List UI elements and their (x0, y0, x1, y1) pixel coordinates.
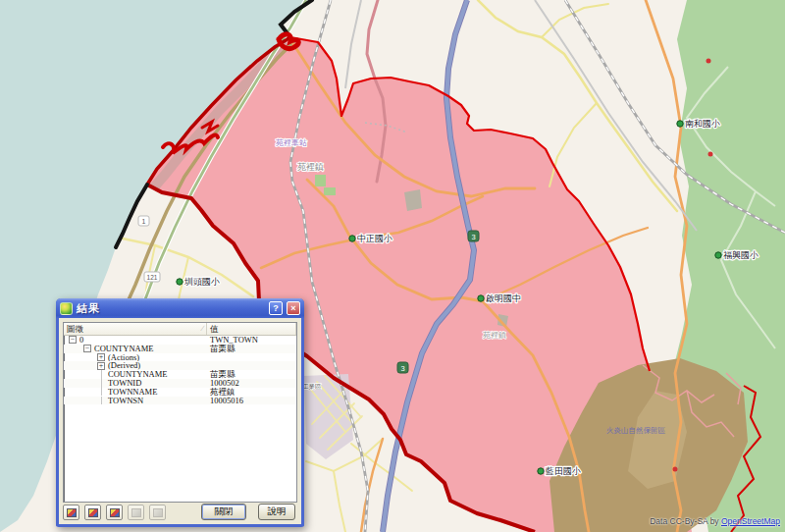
table-row[interactable]: +(Actions) (64, 353, 296, 362)
collapse-tree-icon (88, 508, 98, 517)
table-row[interactable]: TOWNSN 10005016 (64, 397, 296, 405)
collapse-tree-button[interactable] (84, 505, 101, 520)
help-button[interactable]: 說明 (258, 504, 295, 520)
table-row[interactable]: TOWNID 1000502 (64, 379, 296, 388)
town-label-small: 苑裡鎮 (483, 331, 506, 340)
school-label: 圳頭國小 (183, 277, 220, 287)
close-titlebar-button[interactable]: × (287, 301, 300, 315)
route-shield: 121 (144, 272, 160, 282)
table-row[interactable]: +(Derived) (64, 361, 296, 370)
svg-text:3: 3 (471, 233, 475, 241)
school-label: 啟明國中 (486, 293, 521, 303)
results-tree[interactable]: 圖徵 ∕ 值 −0 TWN_TOWN −COUNTYNAME 苗栗縣 +(Act… (63, 322, 297, 503)
building (404, 189, 422, 211)
identify-results-dialog: 結果 ? × 圖徵 ∕ 值 −0 TWN_TOWN −COUNTYNAM (56, 298, 304, 527)
school-label: 福興國小 (723, 250, 759, 260)
table-row[interactable]: TOWNNAME 苑裡鎮 (64, 388, 296, 397)
industrial-label: 工業區 (302, 383, 322, 390)
copy-icon (131, 508, 141, 517)
map-attribution: Data CC-By-SA by OpenStreetMap (650, 516, 780, 526)
expand-toggle-icon[interactable]: + (97, 362, 105, 370)
town-label: 苑裡鎮 (297, 162, 324, 172)
park (324, 187, 336, 195)
nature-reserve-label: 火炎山自然保留區 (606, 426, 666, 435)
expand-new-results-button[interactable] (106, 505, 123, 520)
column-header-value[interactable]: 值 (207, 323, 296, 335)
app-window: 1 121 3 3 中正國小 啟明國中 南和國小 福興國小 藍田國小 圳頭國小 … (0, 0, 785, 532)
openstreetmap-link[interactable]: OpenStreetMap (721, 516, 780, 526)
qgis-icon (60, 302, 73, 315)
highway-shield: 3 (468, 231, 479, 241)
table-row[interactable]: −COUNTYNAME 苗栗縣 (64, 345, 296, 353)
collapse-toggle-icon[interactable]: − (69, 336, 77, 344)
expand-new-results-icon (110, 508, 120, 517)
svg-text:1: 1 (142, 218, 146, 225)
station-label: 苑裡車站 (276, 138, 307, 147)
attribution-text: Data CC-By-SA by (650, 516, 721, 526)
route-shield: 1 (138, 216, 149, 226)
school-label: 南和國小 (685, 119, 720, 129)
collapse-toggle-icon[interactable]: − (83, 345, 91, 352)
table-row[interactable]: COUNTYNAME 苗栗縣 (64, 370, 296, 379)
svg-text:121: 121 (147, 274, 158, 281)
svg-text:3: 3 (400, 364, 404, 373)
school-label: 藍田國小 (545, 466, 581, 476)
table-row[interactable]: −0 TWN_TOWN (64, 336, 296, 345)
sort-indicator-icon: ∕ (202, 324, 203, 333)
print-icon (153, 508, 163, 517)
expand-tree-icon (67, 508, 77, 517)
close-button[interactable]: 關閉 (201, 504, 246, 520)
expand-toggle-icon[interactable]: + (97, 353, 105, 361)
print-button[interactable] (149, 505, 166, 520)
highway-shield: 3 (397, 362, 408, 373)
column-header-feature[interactable]: 圖徵 ∕ (64, 323, 207, 335)
park (315, 175, 326, 186)
school-label: 中正國小 (357, 234, 392, 243)
expand-tree-button[interactable] (63, 505, 79, 520)
dialog-title: 結果 (77, 301, 265, 316)
copy-attributes-button[interactable] (128, 505, 144, 520)
dialog-titlebar[interactable]: 結果 ? × (56, 298, 304, 318)
help-titlebar-button[interactable]: ? (269, 301, 283, 315)
